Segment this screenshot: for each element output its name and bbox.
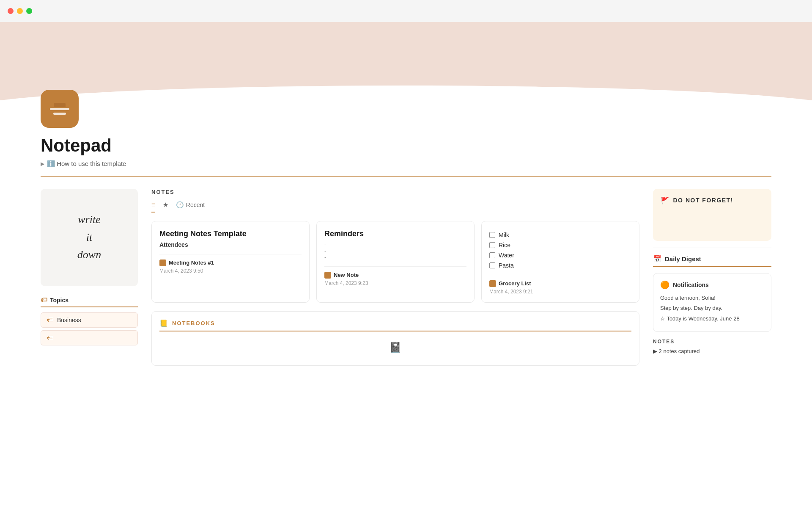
calendar-icon: 📅 [653,255,661,263]
notebooks-icon: 📒 [159,319,169,327]
tab-starred[interactable]: ★ [163,201,168,212]
notes-section: NOTES ≡ ★ 🕐 Recent Meeting Notes Templa [151,189,639,366]
notification-dot-icon: 🟠 [660,280,669,290]
notepad-icon [41,90,79,128]
digest-title: Daily Digest [665,255,701,262]
page-icon [41,90,79,128]
checklist-item-pasta: Pasta [489,262,631,269]
note-card-ref-1: Meeting Notes #1 [159,260,302,266]
reminder-dash-3: - [324,254,466,260]
page-content: Notepad ▶ ℹ️ How to use this template wr… [0,90,812,366]
notebooks-section: 📒 NOTEBOOKS 📓 [151,311,639,366]
notif-title: Notifications [673,282,709,288]
dnf-header: 🚩 DO NOT FORGET! [661,196,764,204]
flag-icon: 🚩 [661,196,670,204]
note-card-reminders[interactable]: Reminders - - - New Note March 4, 2023 9… [316,221,475,303]
topic-item-2[interactable]: 🏷 [41,330,138,345]
note-card-content-2: - - - [324,241,466,260]
note-card-ref-3: Grocery List [489,280,631,287]
notif-message-2: Step by step. Day by day. [660,304,764,312]
tab-recent[interactable]: 🕐 Recent [176,201,205,212]
tab-recent-label: Recent [186,202,205,208]
checkbox-pasta[interactable] [489,262,495,268]
note-card-footer-1: Meeting Notes #1 March 4, 2023 9:50 [159,254,302,274]
ref-icon-2 [324,272,331,279]
notebooks-header: 📒 NOTEBOOKS [159,319,631,331]
sidebar-right: 🚩 DO NOT FORGET! 📅 Daily Digest 🟠 Notifi… [653,189,771,366]
topics-label: Topics [50,297,69,304]
digest-header: 📅 Daily Digest [653,255,771,267]
checklist-label-pasta: Pasta [499,262,514,269]
notebook-entry[interactable]: 📓 [159,337,631,358]
topic-dot-icon: 🏷 [47,316,54,324]
template-hint[interactable]: ▶ ℹ️ How to use this template [41,160,771,168]
icon-line-1 [50,108,69,110]
notes-digest-item: ▶ 2 notes captured [653,348,771,354]
ref-label-1: Meeting Notes #1 [169,260,214,266]
write-card: write it down [41,189,138,286]
notes-digest: NOTES ▶ 2 notes captured [653,339,771,354]
do-not-forget-card: 🚩 DO NOT FORGET! [653,189,771,241]
note-card-title-2: Reminders [324,229,466,239]
sidebar-left: write it down 🏷 Topics 🏷 Business 🏷 [41,189,138,366]
list-icon: ≡ [151,201,155,208]
note-card-meeting[interactable]: Meeting Notes Template Attendees Meeting… [151,221,310,303]
notif-message-1: Good afternoon, Sofia! [660,294,764,302]
note-card-subtitle-1: Attendees [159,241,302,248]
topic-dot-icon-2: 🏷 [47,334,54,342]
ref-label-3: Grocery List [499,280,531,287]
tab-all[interactable]: ≡ [151,201,155,213]
icon-line-2 [53,113,66,115]
icon-top-bar [54,103,66,107]
ref-icon-1 [159,260,166,266]
daily-digest-section: 📅 Daily Digest 🟠 Notifications Good afte… [653,248,771,355]
write-card-text: write it down [77,211,101,264]
main-layout: write it down 🏷 Topics 🏷 Business 🏷 [41,189,771,366]
chevron-right-icon: ▶ [41,161,44,167]
minimize-button[interactable] [17,8,23,14]
checklist-label-milk: Milk [499,232,509,238]
titlebar [0,0,812,22]
close-button[interactable] [8,8,14,14]
checkbox-rice[interactable] [489,242,495,248]
maximize-button[interactable] [26,8,32,14]
dnf-title: DO NOT FORGET! [673,197,733,204]
topic-label: Business [57,317,81,323]
notes-tabs: ≡ ★ 🕐 Recent [151,201,639,213]
dnf-content [661,208,764,233]
reminder-dash-2: - [324,248,466,254]
note-card-title-1: Meeting Notes Template [159,229,302,239]
note-card-footer-3: Grocery List March 4, 2023 9:21 [489,275,631,295]
checklist: Milk Rice Water Pasta [489,232,631,269]
topics-header: 🏷 Topics [41,296,138,307]
note-card-date-1: March 4, 2023 9:50 [159,268,302,274]
notif-header: 🟠 Notifications [660,280,764,290]
checkbox-water[interactable] [489,252,495,258]
checklist-item-rice: Rice [489,242,631,248]
notes-cards: Meeting Notes Template Attendees Meeting… [151,221,639,303]
note-card-footer-2: New Note March 4, 2023 9:23 [324,266,466,286]
ref-icon-3 [489,280,496,287]
note-card-date-2: March 4, 2023 9:23 [324,280,466,286]
checkbox-milk[interactable] [489,232,495,238]
checklist-item-water: Water [489,252,631,259]
notebooks-label: NOTEBOOKS [172,320,215,326]
banner-image [0,22,812,115]
topics-section: 🏷 Topics 🏷 Business 🏷 [41,296,138,348]
notebook-book-icon: 📓 [389,342,402,353]
clock-icon: 🕐 [176,201,184,209]
ref-label-2: New Note [334,272,359,278]
section-divider [41,176,771,177]
topic-item-business[interactable]: 🏷 Business [41,312,138,328]
note-card-grocery[interactable]: Milk Rice Water Pasta [481,221,639,303]
notifications-card: 🟠 Notifications Good afternoon, Sofia! S… [653,273,771,332]
checklist-label-water: Water [499,252,514,259]
tag-icon: 🏷 [41,296,47,304]
notes-digest-header: NOTES [653,339,771,345]
note-card-date-3: March 4, 2023 9:21 [489,289,631,295]
notes-header: NOTES [151,189,639,195]
star-icon: ★ [163,201,168,209]
reminder-dash-1: - [324,241,466,248]
template-hint-label: ℹ️ How to use this template [47,160,126,168]
checklist-label-rice: Rice [499,242,510,248]
